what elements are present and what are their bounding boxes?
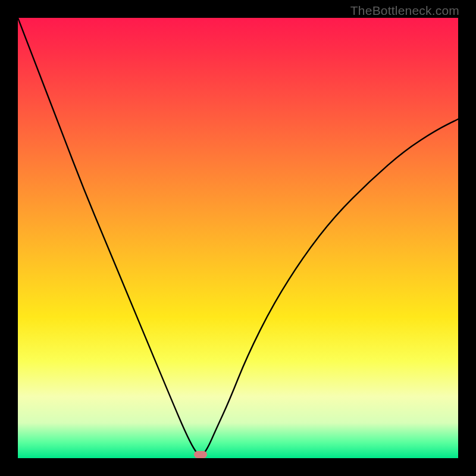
chart-frame: TheBottleneck.com: [0, 0, 476, 476]
watermark-text: TheBottleneck.com: [350, 4, 459, 18]
plot-area: [18, 18, 458, 458]
bottleneck-curve: [18, 18, 458, 458]
minimum-marker: [194, 451, 207, 458]
